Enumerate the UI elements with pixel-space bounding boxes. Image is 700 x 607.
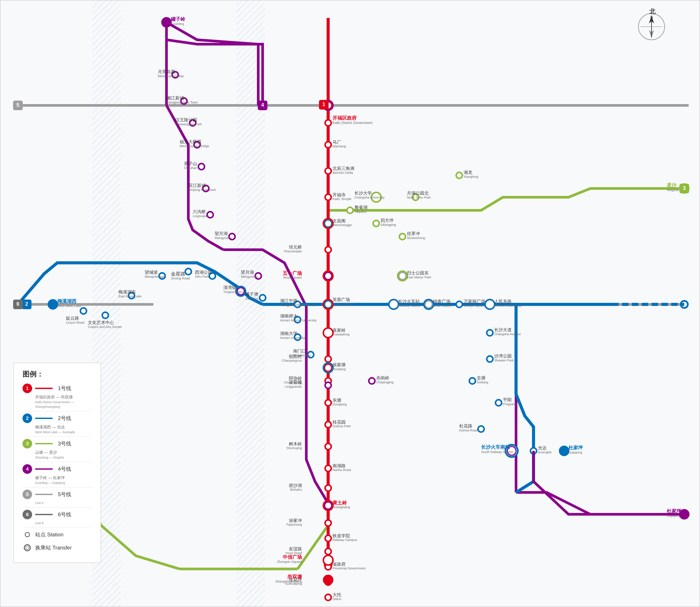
line5-sub: Line 5 [35,501,92,505]
svg-text:橘子洲: 橘子洲 [245,292,258,296]
svg-text:平阳: 平阳 [503,397,512,402]
svg-text:湘江中路: 湘江中路 [280,298,298,303]
svg-text:Furong Square: Furong Square [332,302,354,306]
svg-text:灵官渡: 灵官渡 [289,380,302,384]
line2-color [35,418,53,419]
svg-text:Wangyuehu: Wangyuehu [215,236,232,240]
svg-text:汉王陵公园: 汉王陵公园 [175,118,197,122]
line6-color [35,514,53,515]
svg-point-189 [347,207,353,213]
line5-color [35,494,53,495]
svg-text:Sifangping: Sifangping [380,223,396,227]
svg-text:West Meixi Lake: West Meixi Lake [57,304,81,308]
legend-station: 站点 Station [22,530,92,540]
svg-text:罐子岭: 罐子岭 [171,16,185,22]
svg-text:湘江新城: 湘江新城 [167,96,184,100]
line5-badge: 5 [22,489,32,499]
svg-text:2: 2 [25,301,28,307]
svg-point-25 [325,194,331,200]
line4-sub: 罐子岭 — 杜家坪 Guanling — Dujiaping [35,475,92,485]
line1-color [35,388,53,389]
legend-box: 图例： 1 1号线 开福区政府 — 尚双塘 Kaifu District Gov… [14,363,101,563]
line3-label: 3号线 [58,440,71,447]
svg-text:Pingyang: Pingyang [503,402,517,406]
transfer-legend-label: 换乘站 Transfer [35,544,72,551]
svg-text:文昌阁: 文昌阁 [332,218,346,223]
legend-line5: 5 5号线 [22,489,92,499]
svg-text:大托: 大托 [332,592,341,597]
svg-text:Shangshuangtang: Shangshuangtang [275,580,302,583]
svg-text:Lingguandu: Lingguandu [285,384,302,388]
svg-text:Wuyi Square: Wuyi Square [283,275,302,279]
svg-point-152 [487,330,493,336]
svg-point-237 [369,378,375,384]
svg-text:望月湖: 望月湖 [241,270,254,275]
svg-text:四方坪: 四方坪 [380,218,394,223]
svg-point-29 [325,220,332,227]
svg-text:Shawan Park: Shawan Park [494,358,514,362]
line1-sub: 开福区政府 — 尚双塘 Kaifu District Government — … [35,395,92,409]
svg-text:杜花路: 杜花路 [459,423,472,428]
svg-point-64 [325,485,331,491]
svg-text:Dongtang: Dongtang [332,402,347,406]
svg-text:北: 北 [649,8,656,15]
svg-text:Xiangjiang Middle Road: Xiangjiang Middle Road [280,303,314,307]
svg-text:西湖公园: 西湖公园 [195,270,212,275]
svg-text:4: 4 [261,102,264,108]
legend-transfer: 换乘站 Transfer [22,543,92,552]
svg-text:Changsha Avenue: Changsha Avenue [494,332,521,336]
svg-text:Hanwangling Park: Hanwangling Park [175,122,202,126]
svg-text:Guitang: Guitang [477,380,488,384]
svg-point-16 [325,120,331,126]
legend-title: 图例： [22,370,92,379]
svg-point-32 [325,247,331,253]
line4-label: 4号线 [58,465,71,473]
svg-text:N: N [650,15,653,19]
svg-text:马厂: 马厂 [332,140,341,145]
svg-text:圭塘: 圭塘 [477,375,485,380]
svg-text:East Martyr Park: East Martyr Park [407,275,431,279]
svg-text:Wangchengpo: Wangchengpo [145,275,166,278]
svg-text:Wanjia Square: Wanjia Square [464,304,485,308]
svg-text:星沙: 星沙 [666,183,677,188]
svg-text:Duhua Road: Duhua Road [459,428,478,432]
svg-point-174 [559,446,569,456]
svg-text:Jinxing Road: Jinxing Road [171,276,190,280]
line6-badge: 6 [22,510,32,519]
legend-line3: 3 3号线 [22,439,92,448]
svg-text:Liugouqiao: Liugouqiao [193,214,209,218]
svg-text:Changsha University: Changsha University [354,195,385,199]
svg-text:友谊路: 友谊路 [289,546,302,551]
svg-text:侯家塘: 侯家塘 [332,362,346,367]
svg-point-192 [373,221,379,227]
svg-text:Binjiang New Town: Binjiang New Town [188,188,216,191]
svg-text:金星路: 金星路 [171,271,185,277]
svg-point-199 [399,272,406,279]
line1-label: 1号线 [58,385,71,392]
line3-color [35,443,53,444]
svg-text:人民东路: 人民东路 [494,299,512,304]
svg-point-92 [323,575,333,585]
svg-point-43 [323,328,333,338]
svg-point-220 [198,164,204,170]
svg-text:黄土岭: 黄土岭 [332,500,347,505]
svg-text:开福寺: 开福寺 [332,192,346,197]
svg-text:Hunan Normal University: Hunan Normal University [280,318,316,322]
svg-point-36 [325,272,332,279]
svg-point-267 [26,546,29,549]
svg-text:湖南大学: 湖南大学 [280,331,298,336]
svg-point-265 [25,532,29,537]
svg-text:碧沙湖: 碧沙湖 [289,483,302,488]
svg-text:万家丽广场: 万家丽广场 [464,299,485,304]
svg-text:West Yueliangdao: West Yueliangdao [158,74,184,78]
svg-text:中信广场: 中信广场 [283,554,302,560]
svg-text:沙湾公园: 沙湾公园 [494,354,512,358]
svg-point-202 [456,172,462,179]
svg-text:烈士公园东: 烈士公园东 [407,271,429,275]
line1-badge: 1 [22,383,32,393]
svg-point-101 [102,312,108,318]
svg-point-234 [325,382,331,388]
svg-text:东塘: 东塘 [332,398,341,402]
svg-text:Dujiaping: Dujiaping [568,451,582,454]
svg-point-146 [456,301,462,308]
